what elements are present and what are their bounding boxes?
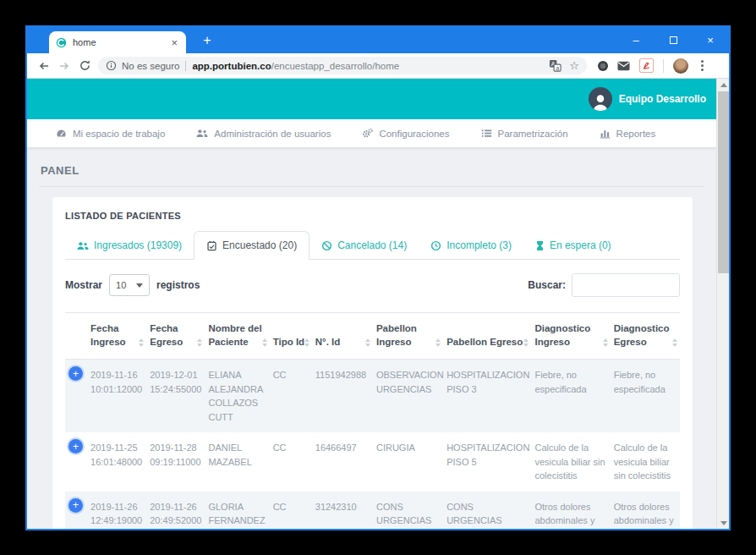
sort-icon[interactable] bbox=[304, 338, 310, 347]
nav-item-0[interactable]: Mi espacio de trabajo bbox=[56, 128, 165, 139]
table-cell: CIRUGIA bbox=[373, 432, 443, 492]
profile-avatar[interactable] bbox=[673, 58, 688, 74]
scrollbar-down-icon[interactable] bbox=[717, 517, 730, 529]
scrollbar-up-icon[interactable] bbox=[717, 79, 730, 91]
patient-tab-0[interactable]: Ingresados (19309) bbox=[65, 231, 194, 260]
reload-button-icon[interactable] bbox=[74, 59, 95, 72]
patient-tab-3[interactable]: Incompleto (3) bbox=[419, 231, 523, 260]
column-label: Diagnostico Ingreso bbox=[534, 323, 590, 347]
sort-icon[interactable] bbox=[139, 338, 144, 347]
nav-item-label: Reportes bbox=[616, 129, 656, 139]
table-cell: Calculo de la vesicula biliar sin coleci… bbox=[611, 432, 680, 492]
table-cell: 2019-11-16 10:01:12000 bbox=[87, 360, 146, 433]
table-body: +2019-11-16 10:01:120002019-12-01 15:24:… bbox=[65, 360, 680, 529]
translate-icon[interactable]: Aa bbox=[549, 59, 562, 72]
sort-icon[interactable] bbox=[365, 338, 370, 347]
sort-icon[interactable] bbox=[436, 338, 441, 347]
hourglass-icon bbox=[535, 240, 545, 251]
table-cell: HOSPITALIZACION PISO 3 bbox=[443, 360, 531, 433]
table-cell: Fiebre, no especificada bbox=[531, 360, 610, 433]
table-header-row: Fecha IngresoFecha EgresoNombre del Paci… bbox=[65, 313, 680, 360]
mail-extension-icon[interactable] bbox=[617, 61, 630, 71]
expand-row-button[interactable]: + bbox=[68, 498, 83, 513]
bookmark-star-icon[interactable]: ☆ bbox=[569, 59, 579, 72]
tab-title: home bbox=[73, 37, 169, 47]
tab-label: Incompleto (3) bbox=[446, 239, 512, 251]
column-header[interactable]: Pabellon Egreso bbox=[443, 313, 531, 360]
app-header: Equipo Desarrollo bbox=[27, 79, 716, 119]
browser-tab[interactable]: home × bbox=[49, 31, 186, 53]
table-cell: 2019-11-26 20:49:52000 bbox=[146, 492, 205, 529]
page-size-select[interactable]: 10 bbox=[109, 274, 150, 296]
column-header[interactable]: Diagnostico Ingreso bbox=[531, 313, 610, 360]
expand-row-button[interactable]: + bbox=[68, 439, 83, 453]
sort-icon[interactable] bbox=[672, 338, 677, 347]
page-size-suffix: registros bbox=[156, 279, 200, 291]
address-bar[interactable]: No es seguro app.portubien.co/encuestapp… bbox=[98, 57, 587, 74]
sort-icon[interactable] bbox=[262, 338, 267, 347]
column-header[interactable]: Diagnostico Egreso bbox=[611, 313, 680, 360]
clock-icon bbox=[430, 240, 441, 251]
column-header[interactable]: Fecha Egreso bbox=[146, 313, 205, 360]
search-input[interactable] bbox=[572, 273, 680, 297]
users-icon bbox=[196, 129, 208, 138]
column-header[interactable]: Pabellon Ingreso bbox=[373, 313, 443, 360]
window-minimize-button[interactable]: – bbox=[617, 27, 655, 53]
nav-item-4[interactable]: Reportes bbox=[600, 128, 656, 139]
dashboard-icon bbox=[56, 128, 67, 139]
patient-tab-4[interactable]: En espera (0) bbox=[523, 231, 623, 260]
forward-button-icon[interactable] bbox=[54, 59, 74, 73]
back-button-icon[interactable] bbox=[34, 59, 54, 73]
web-content: Equipo Desarrollo Mi espacio de trabajoA… bbox=[27, 79, 716, 529]
sort-icon[interactable] bbox=[523, 338, 529, 347]
page-scrollbar[interactable] bbox=[716, 79, 729, 529]
nav-item-3[interactable]: Parametrización bbox=[481, 128, 568, 139]
table-cell: HOSPITALIZACION PISO 5 bbox=[443, 432, 531, 492]
table-row-2: +2019-11-26 12:49:190002019-11-26 20:49:… bbox=[65, 492, 680, 529]
window-close-button[interactable]: × bbox=[692, 27, 729, 53]
page-size-value: 10 bbox=[116, 280, 126, 290]
table-cell: Otros dolores abdominales y bbox=[531, 492, 610, 529]
patient-tab-1[interactable]: Encuestado (20) bbox=[194, 231, 310, 260]
column-label: Tipo Id bbox=[273, 337, 304, 347]
sort-icon[interactable] bbox=[197, 338, 202, 347]
users-icon bbox=[77, 241, 89, 250]
panel-header: PANEL bbox=[39, 162, 704, 187]
column-label: Diagnostico Egreso bbox=[614, 323, 670, 347]
ban-icon bbox=[321, 240, 332, 251]
table-cell: CC bbox=[270, 492, 312, 529]
tab-label: En espera (0) bbox=[550, 239, 611, 251]
browser-menu-icon[interactable] bbox=[698, 60, 707, 71]
patient-tab-2[interactable]: Cancelado (14) bbox=[310, 231, 419, 260]
extension-circle-icon[interactable] bbox=[598, 61, 608, 71]
user-name: Equipo Desarrollo bbox=[619, 93, 706, 105]
info-icon[interactable] bbox=[106, 60, 117, 71]
expand-row-button[interactable]: + bbox=[68, 366, 83, 381]
table-cell: 2019-12-01 15:24:55000 bbox=[146, 360, 205, 433]
column-header[interactable]: Fecha Ingreso bbox=[87, 313, 146, 360]
table-controls: Mostrar 10 registros Buscar: bbox=[65, 273, 680, 297]
svg-text:a: a bbox=[556, 65, 560, 71]
table-cell: 2019-11-26 12:49:19000 bbox=[87, 492, 146, 529]
browser-window: home × + – × No es seguro app.portubien.… bbox=[25, 25, 731, 530]
patients-table: Fecha IngresoFecha EgresoNombre del Paci… bbox=[65, 312, 680, 529]
url-text: app.portubien.co/encuestapp_desarrollo/h… bbox=[192, 61, 399, 71]
pdf-extension-icon[interactable] bbox=[639, 58, 654, 73]
window-maximize-button[interactable] bbox=[655, 27, 692, 53]
column-label: Pabellon Egreso bbox=[446, 337, 523, 347]
nav-item-label: Parametrización bbox=[498, 129, 568, 139]
site-favicon-icon bbox=[56, 37, 67, 48]
table-cell: 2019-11-25 16:01:48000 bbox=[87, 432, 146, 492]
browser-titlebar: home × + – × bbox=[27, 27, 729, 53]
column-header[interactable]: Tipo Id bbox=[270, 313, 312, 360]
nav-item-2[interactable]: Configuraciones bbox=[362, 128, 449, 139]
column-header[interactable]: Nombre del Paciente bbox=[205, 313, 269, 360]
new-tab-button[interactable]: + bbox=[196, 31, 218, 50]
sort-icon[interactable] bbox=[603, 338, 608, 347]
nav-item-1[interactable]: Administración de usuarios bbox=[196, 129, 331, 139]
user-avatar[interactable] bbox=[589, 87, 612, 111]
column-header[interactable]: N°. Id bbox=[312, 313, 373, 360]
app-nav: Mi espacio de trabajoAdministración de u… bbox=[27, 119, 716, 147]
tab-close-icon[interactable]: × bbox=[169, 37, 179, 48]
scrollbar-thumb[interactable] bbox=[718, 91, 729, 273]
